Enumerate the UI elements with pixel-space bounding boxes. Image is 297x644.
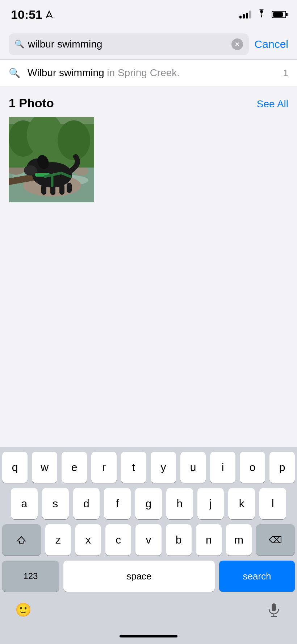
space-key[interactable]: space: [63, 561, 215, 592]
key-k[interactable]: k: [228, 488, 255, 519]
svg-point-12: [58, 120, 90, 160]
numbers-key[interactable]: 123: [2, 561, 59, 592]
emoji-key[interactable]: 🙂: [9, 597, 38, 623]
key-b[interactable]: b: [166, 524, 192, 556]
suggestion-count: 1: [283, 67, 288, 79]
svg-rect-20: [59, 184, 64, 195]
key-i[interactable]: i: [210, 452, 235, 483]
key-s[interactable]: s: [42, 488, 69, 519]
content-area: [0, 208, 297, 324]
key-q[interactable]: q: [2, 452, 28, 483]
photos-section-title: 1 Photo: [9, 96, 54, 110]
see-all-button[interactable]: See All: [257, 98, 288, 110]
key-a[interactable]: a: [11, 488, 38, 519]
key-m[interactable]: m: [226, 524, 252, 556]
location-icon: [45, 11, 53, 18]
keyboard-row-2: a s d f g h j k l: [0, 488, 297, 519]
key-p[interactable]: p: [269, 452, 295, 483]
section-divider: [0, 86, 297, 89]
shift-key[interactable]: [2, 524, 41, 556]
battery-icon: [272, 11, 286, 18]
key-z[interactable]: z: [45, 524, 71, 556]
delete-key[interactable]: ⌫: [256, 524, 295, 556]
status-icons: [239, 9, 286, 20]
suggestion-row[interactable]: 🔍 Wilbur swimming in Spring Creek. 1: [0, 60, 297, 86]
key-o[interactable]: o: [240, 452, 265, 483]
status-bar: 10:51: [0, 0, 297, 29]
keyboard: q w e r t y u i o p a s d f g h j k l z …: [0, 447, 297, 644]
keyboard-bottom-row: 🙂: [0, 597, 297, 623]
suggestion-rest: in Spring Creek.: [104, 67, 180, 78]
key-v[interactable]: v: [135, 524, 161, 556]
keyboard-row-3: z x c v b n m ⌫: [0, 524, 297, 556]
suggestion-search-icon: 🔍: [9, 67, 20, 79]
clear-button[interactable]: [231, 38, 243, 50]
key-u[interactable]: u: [180, 452, 206, 483]
home-bar: [120, 635, 177, 637]
svg-rect-18: [41, 184, 46, 195]
key-y[interactable]: y: [151, 452, 176, 483]
search-input-wrap: 🔍: [9, 33, 249, 55]
keyboard-row-4: 123 space search: [0, 561, 297, 592]
search-key[interactable]: search: [219, 561, 295, 592]
key-w[interactable]: w: [32, 452, 57, 483]
search-input[interactable]: [28, 38, 228, 50]
key-h[interactable]: h: [166, 488, 193, 519]
key-r[interactable]: r: [91, 452, 117, 483]
key-n[interactable]: n: [196, 524, 222, 556]
key-t[interactable]: t: [121, 452, 146, 483]
suggestion-highlight: Wilbur swimming: [28, 67, 104, 78]
photos-grid: [9, 117, 288, 202]
key-c[interactable]: c: [105, 524, 131, 556]
key-l[interactable]: l: [259, 488, 286, 519]
key-x[interactable]: x: [75, 524, 101, 556]
svg-rect-21: [67, 183, 72, 193]
photos-section-header: 1 Photo See All: [9, 96, 288, 110]
status-time: 10:51: [11, 8, 53, 22]
signal-icon: [239, 11, 251, 18]
keyboard-row-1: q w e r t y u i o p: [0, 452, 297, 483]
key-g[interactable]: g: [135, 488, 162, 519]
svg-rect-23: [272, 603, 276, 611]
svg-point-0: [261, 16, 262, 17]
search-icon: 🔍: [14, 40, 24, 49]
home-indicator: [0, 628, 297, 644]
photos-section: 1 Photo See All: [0, 89, 297, 208]
search-bar-container: 🔍 Cancel: [0, 29, 297, 59]
suggestion-text: Wilbur swimming in Spring Creek.: [28, 67, 276, 79]
wifi-icon: [256, 9, 267, 20]
key-f[interactable]: f: [104, 488, 131, 519]
key-d[interactable]: d: [73, 488, 100, 519]
key-e[interactable]: e: [62, 452, 87, 483]
photo-thumbnail[interactable]: [9, 117, 94, 202]
key-j[interactable]: j: [197, 488, 224, 519]
microphone-key[interactable]: [259, 597, 288, 623]
cancel-button[interactable]: Cancel: [255, 38, 288, 50]
